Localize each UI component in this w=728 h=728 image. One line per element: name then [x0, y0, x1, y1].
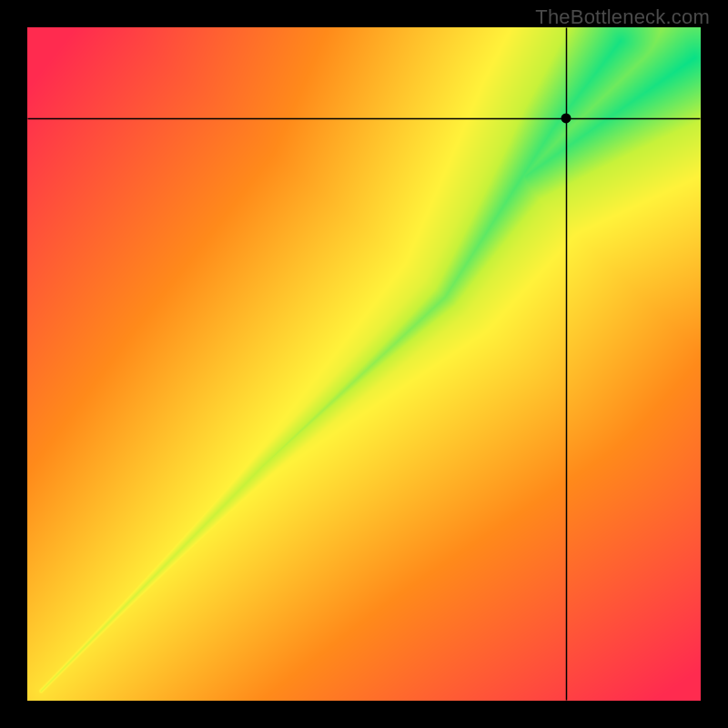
heatmap-canvas [27, 27, 701, 701]
heatmap-plot [27, 27, 701, 701]
watermark-text: TheBottleneck.com [535, 5, 710, 29]
